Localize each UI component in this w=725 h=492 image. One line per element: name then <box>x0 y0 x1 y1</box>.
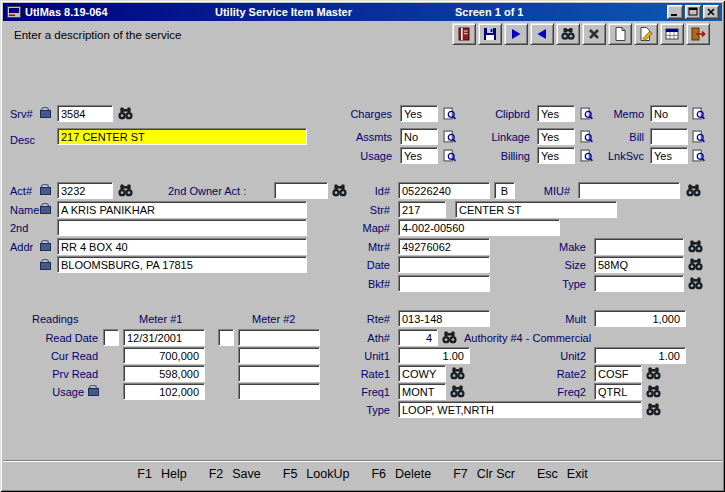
bkf-input[interactable] <box>398 275 490 292</box>
owner2-label: 2nd Owner Act : <box>168 185 246 197</box>
linkage-input[interactable]: Yes <box>537 128 575 145</box>
miu-input[interactable] <box>578 182 680 199</box>
exit-button[interactable] <box>686 23 710 45</box>
lookup-icon[interactable] <box>443 107 456 120</box>
binoculars-icon[interactable] <box>450 367 465 380</box>
lookup-icon[interactable] <box>692 107 705 120</box>
lookup-icon[interactable] <box>580 107 593 120</box>
str-no-input[interactable]: 217 <box>398 201 446 218</box>
cur-read-label: Cur Read <box>10 350 98 362</box>
cur-read2-input[interactable] <box>238 347 320 364</box>
date-input[interactable] <box>398 256 490 273</box>
second-input[interactable] <box>57 219 307 236</box>
read-flag2-input[interactable] <box>218 329 234 346</box>
unit2-input[interactable]: 1.00 <box>594 347 686 364</box>
fn-lookup[interactable]: F5LookUp <box>283 467 350 487</box>
binoculars-icon[interactable] <box>118 107 133 120</box>
rate1-input[interactable]: COWY <box>398 365 446 382</box>
lookup-icon[interactable] <box>692 149 705 162</box>
lnksvc-input[interactable]: Yes <box>650 147 688 164</box>
binoculars-icon[interactable] <box>442 331 457 344</box>
lookup-icon[interactable] <box>580 149 593 162</box>
prev-record-button[interactable] <box>530 23 554 45</box>
second-label: 2nd <box>10 222 28 234</box>
fn-exit[interactable]: EscExit <box>537 467 588 487</box>
binoculars-icon[interactable] <box>688 240 703 253</box>
lock-icon <box>40 203 49 214</box>
lookup-icon[interactable] <box>580 130 593 143</box>
id-code-input[interactable]: B <box>494 182 515 199</box>
binoculars-icon[interactable] <box>646 403 661 416</box>
meter-type-input[interactable] <box>594 275 684 292</box>
maximize-button[interactable] <box>685 5 701 19</box>
assmts-input[interactable]: No <box>400 128 438 145</box>
unit1-input[interactable]: 1.00 <box>398 347 470 364</box>
binoculars-icon[interactable] <box>688 258 703 271</box>
memo-input[interactable]: No <box>650 105 688 122</box>
close-icon <box>706 7 716 17</box>
name-input[interactable]: A KRIS PANIKHAR <box>57 201 307 218</box>
read-date2-input[interactable] <box>238 329 320 346</box>
edit-button[interactable] <box>634 23 658 45</box>
save-button[interactable] <box>478 23 502 45</box>
save-floppy-icon <box>482 26 498 42</box>
act-input[interactable]: 3232 <box>57 182 113 199</box>
make-input[interactable] <box>594 238 684 255</box>
lookup-icon[interactable] <box>443 130 456 143</box>
read-date1-input[interactable]: 12/31/2001 <box>123 329 205 346</box>
id-input[interactable]: 05226240 <box>398 182 490 199</box>
browse-button[interactable] <box>660 23 684 45</box>
minimize-button[interactable] <box>667 5 683 19</box>
ath-input[interactable]: 4 <box>398 329 438 346</box>
screen-indicator: Screen 1 of 1 <box>455 6 523 18</box>
binoculars-icon[interactable] <box>118 184 133 197</box>
mtr-input[interactable]: 49276062 <box>398 238 490 255</box>
binoculars-icon[interactable] <box>688 277 703 290</box>
rate2-input[interactable]: COSF <box>594 365 642 382</box>
str-name-input[interactable]: CENTER ST <box>455 201 617 218</box>
cur-read1-input[interactable]: 700,000 <box>123 347 205 364</box>
fn-save[interactable]: F2Save <box>209 467 261 487</box>
clipbrd-input[interactable]: Yes <box>537 105 575 122</box>
cancel-button[interactable] <box>582 23 606 45</box>
lookup-icon[interactable] <box>443 149 456 162</box>
binoculars-icon[interactable] <box>450 385 465 398</box>
lookup-icon[interactable] <box>692 130 705 143</box>
billing-input[interactable]: Yes <box>537 147 575 164</box>
binoculars-icon[interactable] <box>686 184 701 197</box>
desc-input[interactable]: 217 CENTER ST <box>57 128 307 145</box>
size-input[interactable]: 58MQ <box>594 256 684 273</box>
freq1-input[interactable]: MONT <box>398 383 446 400</box>
title-bar[interactable]: UtlMas 8.19-064 Utility Service Item Mas… <box>3 3 722 21</box>
map-input[interactable]: 4-002-00560 <box>398 219 560 236</box>
help-book-button[interactable] <box>452 23 476 45</box>
readings-label: Readings <box>32 313 78 325</box>
addr1-input[interactable]: RR 4 BOX 40 <box>57 238 307 255</box>
read-flag1-input[interactable] <box>103 329 119 346</box>
linkage-label: Linkage <box>468 131 530 143</box>
toolbar-row: Enter a description of the service <box>3 21 722 49</box>
usage-read1-input[interactable]: 102,000 <box>123 383 205 400</box>
binoculars-icon[interactable] <box>646 385 661 398</box>
fn-help[interactable]: F1Help <box>137 467 186 487</box>
svc-type-input[interactable]: LOOP, WET,NRTH <box>398 401 642 418</box>
fn-clrscr[interactable]: F7Clr Scr <box>453 467 515 487</box>
fn-delete[interactable]: F6Delete <box>371 467 431 487</box>
binoculars-icon[interactable] <box>646 367 661 380</box>
addr2-input[interactable]: BLOOMSBURG, PA 17815 <box>57 256 307 273</box>
usage-read2-input[interactable] <box>238 383 320 400</box>
prv-read2-input[interactable] <box>238 365 320 382</box>
srv-input[interactable]: 3584 <box>57 105 113 122</box>
usage-flag-input[interactable]: Yes <box>400 147 438 164</box>
next-record-button[interactable] <box>504 23 528 45</box>
close-button[interactable] <box>703 5 719 19</box>
new-button[interactable] <box>608 23 632 45</box>
mult-input[interactable]: 1,000 <box>594 310 686 327</box>
freq2-input[interactable]: QTRL <box>594 383 642 400</box>
find-button[interactable] <box>556 23 580 45</box>
owner2-input[interactable] <box>274 182 328 199</box>
bill-input[interactable] <box>650 128 688 145</box>
rte-input[interactable]: 013-148 <box>398 310 490 327</box>
charges-input[interactable]: Yes <box>400 105 438 122</box>
prv-read1-input[interactable]: 598,000 <box>123 365 205 382</box>
